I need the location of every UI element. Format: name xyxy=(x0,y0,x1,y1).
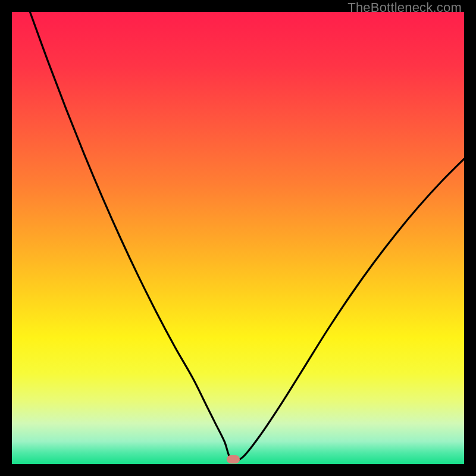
gradient-background xyxy=(12,12,464,464)
optimal-point-marker xyxy=(227,455,240,464)
chart-plot xyxy=(12,12,464,464)
chart-frame xyxy=(12,12,464,464)
watermark-text: TheBottleneck.com xyxy=(347,0,462,15)
